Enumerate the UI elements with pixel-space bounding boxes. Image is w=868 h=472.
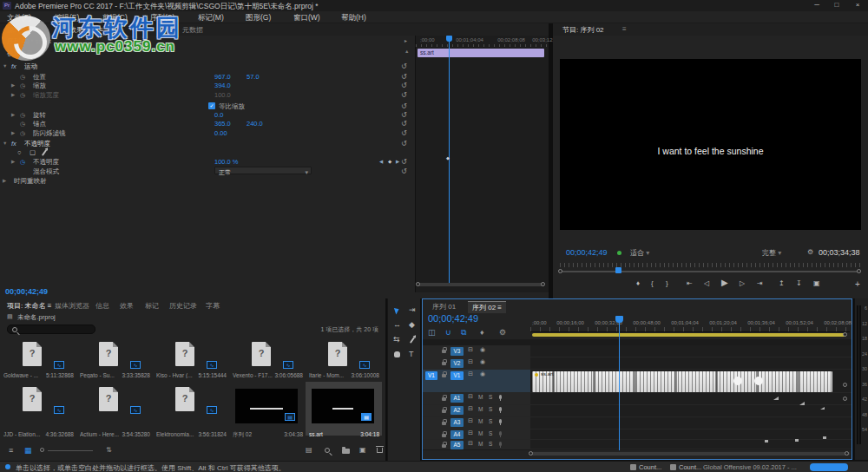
- stopwatch-icon[interactable]: ◷: [20, 119, 25, 128]
- work-area-bar[interactable]: [532, 333, 846, 337]
- pen-tool[interactable]: [410, 337, 415, 344]
- project-tab-1[interactable]: 媒体浏览器: [55, 301, 89, 311]
- sync-lock-icon[interactable]: ⊟: [468, 405, 473, 412]
- track-header-V2[interactable]: V2⊟◉: [423, 357, 530, 369]
- track-header-A3[interactable]: A3⊟MS: [423, 417, 530, 429]
- timeline-clip-ss-art[interactable]: ss.art: [532, 371, 832, 392]
- mic-icon[interactable]: [499, 395, 502, 399]
- track-zoom-handle[interactable]: [843, 383, 847, 387]
- extract-button[interactable]: ↧: [796, 279, 802, 287]
- lock-icon[interactable]: [442, 422, 446, 425]
- sync-lock-icon[interactable]: ⊟: [468, 370, 473, 377]
- mute-button[interactable]: M: [478, 430, 483, 436]
- reset-icon[interactable]: ↺: [401, 90, 407, 100]
- mute-button[interactable]: M: [478, 418, 483, 424]
- prop-value[interactable]: 100.0: [214, 90, 231, 100]
- mute-button[interactable]: M: [478, 394, 483, 400]
- add-marker-icon[interactable]: ♦: [480, 328, 484, 337]
- prop-value[interactable]: 394.0: [214, 81, 231, 90]
- lock-icon[interactable]: [442, 397, 446, 401]
- twirl-icon[interactable]: ▶: [11, 90, 15, 100]
- track-badge-A4[interactable]: A4: [450, 430, 464, 439]
- track-header-V3[interactable]: V3⊟◉: [423, 345, 530, 357]
- track-badge-A1[interactable]: A1: [450, 394, 464, 403]
- search-input[interactable]: [7, 324, 95, 334]
- menu-5[interactable]: 图形(G): [246, 13, 271, 23]
- program-scrub-track[interactable]: [560, 271, 861, 272]
- bin-name[interactable]: 未命名.prproj: [17, 313, 56, 322]
- mic-icon[interactable]: [499, 419, 502, 423]
- add-keyframe-icon[interactable]: ◆: [388, 157, 391, 167]
- project-tab-6[interactable]: 字幕: [206, 301, 220, 311]
- step-forward-button[interactable]: ▷: [740, 279, 745, 287]
- mini-playhead-handle[interactable]: [446, 36, 452, 42]
- icon-view-button[interactable]: ▦: [24, 446, 32, 455]
- slip-tool[interactable]: ⇆: [393, 335, 400, 344]
- twirl-icon[interactable]: ▶: [3, 176, 6, 186]
- timeline-tab-0[interactable]: 序列 01: [428, 301, 460, 312]
- track-badge-V1[interactable]: V1: [450, 371, 464, 380]
- solo-button[interactable]: S: [489, 418, 492, 424]
- track-lane-V3[interactable]: [530, 345, 852, 357]
- mute-button[interactable]: M: [478, 441, 483, 447]
- track-header-A4[interactable]: A4⊟MS: [423, 429, 530, 439]
- prop-value[interactable]: 100.0 %: [214, 157, 239, 167]
- step-back-button[interactable]: ◁: [704, 279, 709, 287]
- mic-icon[interactable]: [499, 431, 502, 436]
- menu-4[interactable]: 标记(M): [198, 13, 224, 23]
- zoom-slider-knob[interactable]: [40, 448, 44, 452]
- track-header-A2[interactable]: A2⊟MS: [423, 405, 530, 416]
- mark-in-button[interactable]: {: [651, 279, 654, 287]
- solo-button[interactable]: S: [489, 406, 492, 412]
- stopwatch-icon[interactable]: ◷: [20, 157, 25, 167]
- track-output-eye-icon[interactable]: ◉: [480, 346, 485, 353]
- reset-icon[interactable]: ↺: [401, 81, 407, 90]
- track-zoom-handle[interactable]: [843, 397, 847, 401]
- track-lane-V2[interactable]: [530, 357, 852, 369]
- menu-3[interactable]: 序列(S): [150, 13, 174, 23]
- lock-icon[interactable]: [442, 444, 446, 448]
- sync-lock-icon[interactable]: ⊟: [468, 358, 473, 365]
- go-to-in-button[interactable]: ⇤: [687, 279, 693, 287]
- snap-icon[interactable]: ∪: [445, 328, 451, 337]
- project-item[interactable]: ?∿Elektronomia...3:56:31824: [153, 382, 229, 436]
- keyframe-icon[interactable]: ◆: [446, 155, 450, 161]
- pen-mask-icon[interactable]: [42, 149, 47, 156]
- linked-selection-icon[interactable]: ⧉: [461, 328, 466, 338]
- collapse-icon[interactable]: ▲: [404, 49, 409, 54]
- project-item[interactable]: ?∿JJD - Elation...4:36:32688: [0, 382, 76, 436]
- timeline-scroll-left-handle[interactable]: [529, 451, 533, 456]
- project-tab-3[interactable]: 效果: [120, 301, 134, 311]
- fx-tab-2[interactable]: 元数据: [182, 25, 203, 35]
- rect-mask-icon[interactable]: ▢: [30, 148, 36, 157]
- track-badge-V3[interactable]: V3: [450, 347, 464, 356]
- sort-icon[interactable]: ⇅: [106, 446, 112, 454]
- track-output-eye-icon[interactable]: ◉: [480, 370, 485, 377]
- project-item[interactable]: ?∿Actium - Here...3:54:35280: [76, 382, 153, 436]
- prop-value[interactable]: 240.0: [247, 119, 263, 128]
- twirl-icon[interactable]: ▶: [11, 157, 15, 167]
- sync-lock-icon[interactable]: ⊟: [468, 346, 473, 353]
- track-lane-A3[interactable]: [530, 417, 852, 429]
- scroll-handle-left[interactable]: [416, 282, 420, 286]
- scrub-handle-right[interactable]: [857, 269, 861, 273]
- maximize-button[interactable]: □: [827, 0, 846, 10]
- menu-7[interactable]: 帮助(H): [341, 13, 366, 23]
- scroll-handle-right[interactable]: [541, 282, 545, 286]
- program-current-time[interactable]: 00;00;42;49: [566, 248, 608, 257]
- track-header-V1[interactable]: V1V1⊟◉: [423, 370, 530, 392]
- next-keyframe-icon[interactable]: ▶: [396, 157, 399, 167]
- timeline-tab-1[interactable]: 序列 02 ≡: [468, 301, 506, 313]
- reset-icon[interactable]: ↺: [401, 157, 407, 167]
- sync-lock-icon[interactable]: ⊟: [468, 393, 473, 400]
- fx-tab-1[interactable]: 效果控件 ≡: [69, 25, 103, 35]
- timeline-scrollbar[interactable]: [530, 452, 850, 456]
- twirl-icon[interactable]: ▶: [11, 81, 15, 90]
- close-button[interactable]: ×: [848, 0, 867, 10]
- lock-icon[interactable]: [442, 434, 446, 437]
- project-item[interactable]: ▤ss.art3:04:18: [306, 382, 382, 436]
- lock-icon[interactable]: [442, 374, 446, 377]
- reset-icon[interactable]: ↺: [401, 62, 407, 71]
- mic-icon[interactable]: [499, 407, 502, 411]
- source-patch-V1[interactable]: V1: [425, 371, 437, 380]
